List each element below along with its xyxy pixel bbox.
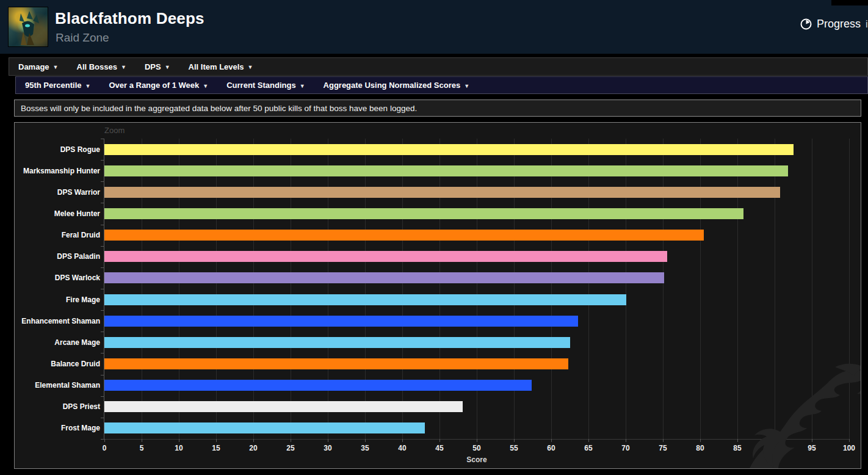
dropdown-dps-label: DPS [145, 62, 161, 71]
x-axis-tick-label: 15 [203, 444, 230, 452]
notice-text: Bosses will only be included in the aggr… [15, 104, 417, 113]
category-label: DPS Warrior [15, 187, 100, 198]
x-axis-tick-label: 30 [314, 444, 341, 452]
page-header: Blackfathom Deeps Raid Zone Progress i [0, 0, 868, 54]
corner-notch [831, 0, 868, 5]
category-label: Marksmanship Hunter [15, 165, 100, 176]
warcraftlogs-watermark-icon [743, 362, 861, 469]
dropdown-aggregate[interactable]: Aggregate Using Normalized Scores ▼ [314, 81, 479, 90]
cropped-menu-item-fragment: i [866, 19, 868, 30]
y-axis-tick [101, 396, 104, 397]
y-axis-tick [101, 139, 104, 139]
gridline [514, 139, 515, 439]
y-axis-tick [101, 353, 104, 354]
page-subtitle: Raid Zone [56, 31, 109, 45]
y-axis-tick [101, 439, 104, 440]
score-bar[interactable] [104, 380, 532, 391]
score-bar[interactable] [104, 337, 570, 348]
score-bar[interactable] [104, 294, 626, 305]
x-axis-tick [402, 439, 403, 442]
chevron-down-icon: ▼ [300, 83, 305, 89]
dropdown-percentile-label: 95th Percentile [25, 81, 82, 90]
chevron-down-icon: ▼ [464, 83, 469, 89]
x-axis-tick-label: 45 [426, 444, 453, 452]
dropdown-damage[interactable]: Damage ▼ [9, 62, 68, 71]
x-axis-tick [626, 439, 626, 442]
progress-pie-icon [800, 18, 812, 30]
x-axis-tick-label: 0 [91, 444, 118, 452]
x-axis-tick [700, 439, 701, 442]
chevron-down-icon: ▼ [121, 64, 126, 70]
gridline [663, 139, 664, 439]
x-axis-tick-label: 55 [501, 444, 527, 452]
score-bar[interactable] [104, 422, 425, 433]
chevron-down-icon: ▼ [248, 64, 253, 70]
y-axis-tick [101, 375, 104, 375]
y-axis-tick [101, 160, 104, 161]
x-axis-tick-label: 25 [277, 444, 304, 452]
category-label: Enhancement Shaman [15, 316, 100, 327]
x-axis-tick [365, 439, 366, 442]
x-axis-tick-label: 70 [612, 444, 639, 452]
gridline [588, 139, 589, 439]
score-bar[interactable] [104, 144, 794, 155]
dropdown-dps[interactable]: DPS ▼ [136, 62, 179, 71]
category-label: Arcane Mage [15, 337, 100, 348]
y-axis-tick [101, 289, 104, 289]
x-axis-tick [216, 439, 217, 442]
score-bar[interactable] [104, 251, 667, 262]
category-label: DPS Warlock [15, 272, 100, 283]
dropdown-standings[interactable]: Current Standings ▼ [217, 81, 314, 90]
score-bar[interactable] [104, 187, 780, 198]
y-axis-tick [101, 267, 104, 268]
x-axis-tick [291, 439, 291, 442]
score-bar[interactable] [104, 230, 704, 241]
dropdown-standings-label: Current Standings [226, 81, 295, 90]
raid-zone-boss-icon [9, 7, 48, 46]
x-axis-tick-label: 10 [165, 444, 192, 452]
y-axis-tick [101, 203, 104, 203]
x-axis-tick [142, 439, 142, 442]
score-bar[interactable] [104, 401, 463, 412]
gridline [179, 139, 179, 439]
dropdown-range[interactable]: Over a Range of 1 Week ▼ [99, 81, 217, 90]
score-bar[interactable] [104, 208, 743, 219]
dropdown-all-item-levels-label: All Item Levels [189, 62, 244, 71]
x-axis-tick [663, 439, 664, 442]
gridline [365, 139, 366, 439]
category-label: Balance Druid [15, 358, 100, 369]
score-bar-chart: Zoom Score 05101520253035404550556065707… [14, 122, 861, 469]
chevron-down-icon: ▼ [85, 83, 91, 89]
gridline [142, 139, 142, 439]
score-bar[interactable] [104, 272, 664, 283]
chevron-down-icon: ▼ [53, 64, 59, 70]
x-axis-tick-label: 35 [352, 444, 378, 452]
category-label: DPS Priest [15, 401, 100, 412]
score-bar[interactable] [104, 316, 578, 327]
dropdown-percentile[interactable]: 95th Percentile ▼ [16, 81, 99, 90]
x-axis-tick-label: 20 [240, 444, 267, 452]
x-axis-tick-label: 75 [649, 444, 676, 452]
x-axis-tick [439, 439, 440, 442]
progress-menu[interactable]: Progress [800, 18, 861, 31]
score-bar[interactable] [104, 165, 788, 176]
gridline [700, 139, 701, 439]
x-axis-tick [737, 439, 738, 442]
chevron-down-icon: ▼ [165, 64, 170, 70]
gridline [402, 139, 403, 439]
gridline [328, 139, 328, 439]
dropdown-all-item-levels[interactable]: All Item Levels ▼ [179, 62, 262, 71]
dropdown-all-bosses[interactable]: All Bosses ▼ [68, 62, 136, 71]
score-bar[interactable] [104, 358, 568, 369]
dropdown-all-bosses-label: All Bosses [77, 62, 117, 71]
y-axis-tick [101, 310, 104, 311]
gridline [737, 139, 738, 439]
y-axis-tick [101, 332, 104, 332]
x-axis-tick [588, 439, 589, 442]
x-axis-tick [179, 439, 179, 442]
chart-zoom-label: Zoom [104, 126, 125, 135]
filter-toolbar-secondary: 95th Percentile ▼ Over a Range of 1 Week… [15, 76, 868, 94]
category-label: DPS Rogue [15, 144, 100, 155]
x-axis-tick [328, 439, 328, 442]
gridline [551, 139, 552, 439]
